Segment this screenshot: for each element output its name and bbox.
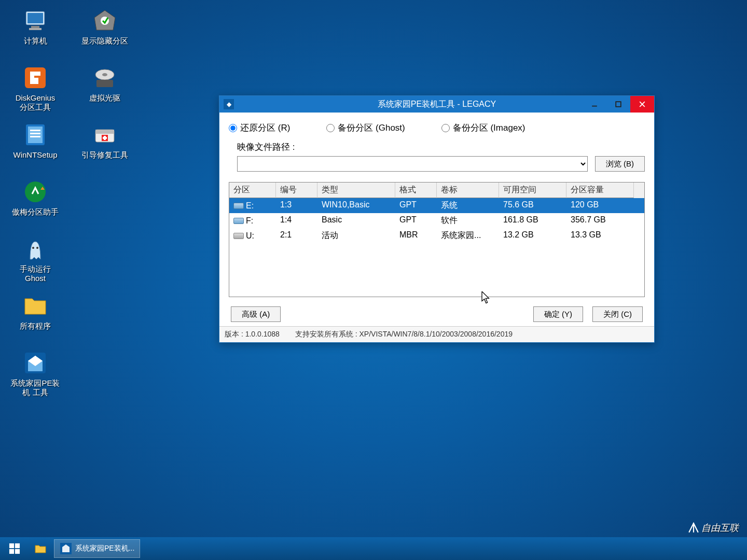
svg-rect-31 [15, 549, 20, 554]
desktop-icon-label: DiskGenius 分区工具 [16, 93, 56, 112]
partition-table-body[interactable]: E:1:3WIN10,BasicGPT系统75.6 GB120 GBF:1:4B… [229, 198, 644, 297]
pe-tool-icon [22, 349, 49, 376]
table-row[interactable]: F:1:4BasicGPT软件161.8 GB356.7 GB [229, 213, 644, 228]
svg-point-11 [32, 247, 34, 249]
folder-icon [22, 292, 49, 319]
desktop: 计算机DiskGenius 分区工具WinNTSetup傲梅分区助手手动运行 G… [0, 0, 145, 408]
svg-rect-3 [29, 28, 42, 30]
svg-rect-6 [28, 127, 43, 143]
app-icon: ◆ [224, 99, 234, 109]
statusbar: 版本 : 1.0.0.1088 支持安装所有系统 : XP/VISTA/WIN7… [219, 326, 654, 342]
window-title: 系统家园PE装机工具 - LEGACY [378, 99, 496, 110]
pe-installer-window: ◆ 系统家园PE装机工具 - LEGACY 还原分区 (R) 备份分区 (Gho… [219, 95, 655, 343]
desktop-icon-show-hidden[interactable]: 显示隐藏分区 [74, 4, 136, 61]
start-button[interactable] [2, 537, 27, 560]
drive-icon [233, 218, 244, 224]
svg-point-10 [25, 181, 46, 202]
ok-button[interactable]: 确定 (Y) [533, 306, 583, 322]
close-button[interactable] [630, 96, 654, 113]
svg-point-17 [102, 73, 107, 76]
svg-rect-29 [15, 543, 20, 548]
svg-rect-23 [103, 137, 107, 139]
show-hidden-icon [91, 7, 118, 34]
table-row[interactable]: U:2:1活动MBR系统家园...13.2 GB13.3 GB [229, 228, 644, 243]
desktop-icon-label: WinNTSetup [13, 150, 57, 160]
svg-point-12 [36, 247, 38, 249]
ghost-icon [22, 235, 49, 262]
svg-rect-25 [616, 102, 621, 107]
svg-rect-2 [31, 26, 39, 28]
desktop-icon-label: 所有程序 [20, 321, 51, 331]
svg-rect-18 [96, 80, 113, 87]
desktop-icon-label: 引导修复工具 [81, 150, 128, 160]
svg-rect-9 [30, 136, 40, 137]
version-text: 版本 : 1.0.0.1088 [225, 330, 280, 339]
mode-radio-group: 还原分区 (R) 备份分区 (Ghost) 备份分区 (Imagex) [229, 122, 645, 134]
boot-repair-icon [91, 121, 118, 148]
support-text: 支持安装所有系统 : XP/VISTA/WIN7/8/8.1/10/2003/2… [295, 330, 513, 339]
column-header[interactable]: 编号 [276, 183, 317, 198]
taskbar-explorer[interactable] [29, 539, 52, 558]
desktop-icon-pe-tool[interactable]: 系统家园PE装 机 工具 [4, 346, 66, 403]
desktop-icon-label: 虚拟光驱 [89, 93, 120, 103]
watermark: 自由互联 [688, 522, 739, 534]
column-header[interactable]: 格式 [395, 183, 437, 198]
svg-rect-8 [30, 133, 40, 134]
radio-restore[interactable]: 还原分区 (R) [229, 122, 290, 134]
desktop-icon-virtual-cd[interactable]: 虚拟光驱 [74, 61, 136, 118]
svg-rect-30 [9, 549, 14, 554]
image-path-label: 映像文件路径 : [237, 141, 645, 153]
radio-backup-ghost[interactable]: 备份分区 (Ghost) [326, 122, 405, 134]
winntsetup-icon [22, 121, 49, 148]
desktop-icon-folder[interactable]: 所有程序 [4, 289, 66, 346]
drive-icon [233, 233, 244, 239]
pe-tool-icon [60, 542, 72, 555]
desktop-icon-label: 计算机 [24, 36, 47, 46]
maximize-button[interactable] [606, 96, 630, 113]
folder-icon [34, 542, 47, 555]
svg-rect-1 [27, 13, 43, 23]
desktop-icon-ghost[interactable]: 手动运行 Ghost [4, 232, 66, 289]
desktop-icon-aomei[interactable]: 傲梅分区助手 [4, 175, 66, 232]
desktop-icon-winntsetup[interactable]: WinNTSetup [4, 118, 66, 175]
browse-button[interactable]: 浏览 (B) [595, 156, 645, 172]
column-header[interactable]: 分区 [229, 183, 276, 198]
desktop-icon-label: 手动运行 Ghost [20, 264, 51, 283]
drive-icon [233, 203, 244, 209]
radio-backup-imagex[interactable]: 备份分区 (Imagex) [441, 122, 525, 134]
column-header[interactable]: 分区容量 [566, 183, 634, 198]
column-header[interactable]: 卷标 [437, 183, 499, 198]
partition-table: 分区编号类型格式卷标可用空间分区容量 E:1:3WIN10,BasicGPT系统… [229, 182, 645, 297]
desktop-icon-label: 系统家园PE装 机 工具 [10, 379, 60, 397]
desktop-icon-boot-repair[interactable]: 引导修复工具 [74, 118, 136, 175]
titlebar[interactable]: ◆ 系统家园PE装机工具 - LEGACY [219, 96, 654, 113]
diskgenius-icon [22, 64, 49, 91]
taskbar: 系统家园PE装机... [0, 537, 747, 560]
image-path-select[interactable] [237, 156, 588, 172]
minimize-button[interactable] [583, 96, 606, 113]
aomei-icon [22, 178, 49, 205]
svg-rect-7 [30, 130, 40, 131]
desktop-icon-label: 显示隐藏分区 [81, 36, 128, 46]
table-row[interactable]: E:1:3WIN10,BasicGPT系统75.6 GB120 GB [229, 198, 644, 213]
svg-rect-28 [9, 543, 14, 548]
cancel-button[interactable]: 关闭 (C) [592, 306, 643, 322]
desktop-icon-computer[interactable]: 计算机 [4, 4, 66, 61]
virtual-cd-icon [91, 64, 118, 91]
taskbar-app-label: 系统家园PE装机... [75, 544, 134, 553]
column-header[interactable]: 类型 [317, 183, 395, 198]
desktop-icon-label: 傲梅分区助手 [12, 207, 59, 217]
column-header[interactable]: 可用空间 [499, 183, 566, 198]
advanced-button[interactable]: 高级 (A) [231, 306, 281, 322]
desktop-icon-diskgenius[interactable]: DiskGenius 分区工具 [4, 61, 66, 118]
taskbar-app-pe-installer[interactable]: 系统家园PE装机... [54, 539, 140, 558]
svg-rect-20 [95, 130, 114, 134]
computer-icon [22, 7, 49, 34]
